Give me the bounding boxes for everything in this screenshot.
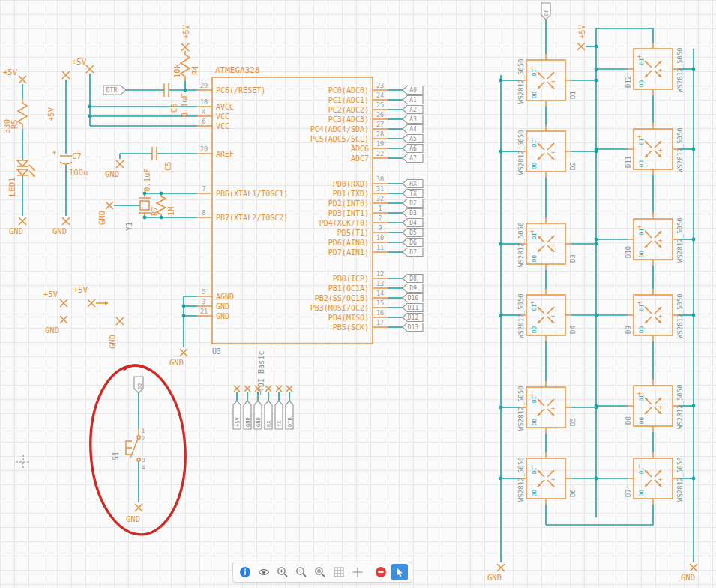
pin-number: 26: [376, 111, 384, 118]
ic-pin[interactable]: 8PB7(XTAL2/TOSC2): [197, 209, 288, 222]
zoom-out-button[interactable]: [293, 564, 310, 580]
pin-name: VCC: [216, 112, 229, 121]
resistor-r5[interactable]: +5V 330 R5: [2, 68, 27, 134]
pin-number: 30: [376, 176, 384, 183]
ftdi-pin-flag[interactable]: DTR: [286, 386, 293, 429]
ic-pin[interactable]: 29PC6(/RESET): [197, 82, 265, 94]
led-refdes: D7: [625, 489, 632, 497]
led-module-d7[interactable]: ++DIDOWS2812_5050D7: [625, 452, 684, 505]
led-branch-wires[interactable]: [501, 69, 694, 478]
pin-number: 1: [142, 428, 145, 434]
pin-number: 31: [376, 185, 384, 193]
ic-pin[interactable]: 7PB6(XTAL1/TOSC1): [197, 185, 288, 198]
led-module-d5[interactable]: ++DIDOWS2812_5050D5: [517, 381, 577, 434]
part-name: R4: [190, 65, 199, 75]
pin-name: PB1(OC1A): [328, 284, 369, 292]
led-module-d10[interactable]: ++DIDOWS2812_5050D10: [625, 213, 684, 266]
flag-label: A7: [409, 155, 417, 162]
select-tool-button[interactable]: [391, 564, 408, 580]
info-button[interactable]: [237, 564, 253, 580]
pin-number: 2: [142, 435, 145, 442]
pin-name: PD1(TXD): [333, 190, 369, 198]
led-module-d1[interactable]: ++DIDOWS2812_5050D1: [517, 54, 577, 106]
power-pin-x: [265, 386, 271, 392]
flag-label: A0: [409, 87, 417, 94]
pin-name: PB6(XTAL1/TOSC1): [216, 190, 288, 198]
led-module-d6[interactable]: ++DIDOWS2812_5050D6: [517, 452, 577, 505]
led-module-d2[interactable]: ++DIDOWS2812_5050D2: [517, 125, 577, 178]
wire-junction: [692, 477, 696, 481]
part-name: R5: [10, 119, 19, 129]
ic-pin[interactable]: 20AREF: [197, 146, 234, 158]
part-name: C7: [72, 152, 82, 160]
zoom-in-button[interactable]: [274, 564, 291, 580]
led-module-d12[interactable]: ++DIDOWS2812_5050D12: [625, 43, 684, 95]
pin-number: 22: [376, 150, 384, 158]
pin-name: AVCC: [216, 103, 234, 111]
schematic-canvas[interactable]: ATMEGA328 U3 29PC6(/RESET)18AVCC4VCC6VCC…: [0, 0, 716, 588]
power-symbol-x: [19, 76, 26, 83]
net-label-gnd: GND: [108, 334, 117, 349]
power-flag-5v-avcc[interactable]: +5V: [72, 57, 87, 66]
led-module-d4[interactable]: ++DIDOWS2812_5050D4: [517, 289, 577, 341]
resistor-r7[interactable]: R7 1M: [150, 194, 175, 218]
wire-junction: [595, 238, 598, 242]
info-icon: [239, 566, 251, 578]
flag-label: D9: [409, 285, 417, 292]
ftdi-pin-flag[interactable]: GND: [244, 386, 251, 429]
flag-label: A4: [409, 126, 417, 133]
led-refdes: D10: [625, 246, 632, 258]
power-pin-x: [244, 386, 250, 392]
pin-name: PC4(ADC4/SDA): [310, 125, 369, 134]
wire-junction: [88, 115, 92, 118]
part-value: 0.1uF: [180, 93, 189, 117]
crystal-y1[interactable]: Y1 GND: [97, 194, 151, 231]
resistor-r4[interactable]: +5V 10k R4: [172, 24, 199, 81]
pin-name: ADC7: [351, 154, 369, 163]
grid-icon: [333, 566, 345, 578]
eye-button[interactable]: [256, 564, 272, 580]
remove-button[interactable]: [373, 564, 389, 580]
led-led1[interactable]: LED1 GND: [7, 160, 35, 236]
led-refdes: D1: [569, 91, 577, 99]
gnd-flag-leds-right[interactable]: GND: [681, 573, 695, 582]
ftdi-pin-flag[interactable]: RX: [265, 386, 272, 429]
flag-label: TX: [409, 190, 417, 197]
led-chain-input-flag[interactable]: D6: [541, 3, 550, 20]
polarity-plus: +: [658, 476, 663, 483]
led-module-d9[interactable]: ++DIDOWS2812_5050D9: [625, 289, 684, 341]
led-part-label: WS2812_5050: [517, 130, 525, 175]
led-module-d3[interactable]: ++DIDOWS2812_5050D3: [517, 218, 577, 270]
zoom-page-button[interactable]: [312, 564, 328, 580]
led-part-label: WS2812_5050: [517, 386, 525, 430]
gnd-rail-mcu[interactable]: GND: [169, 358, 184, 367]
dtr-net-flag[interactable]: DTR: [103, 86, 126, 94]
polarity-plus: +: [658, 236, 663, 244]
part-name: R7: [150, 206, 159, 216]
power-flags-middle[interactable]: +5V +5V GND GND: [43, 285, 117, 349]
pin-name: VCC: [216, 122, 229, 130]
pin-name: PC0(ADC0): [328, 86, 369, 94]
led-module-d11[interactable]: ++DIDOWS2812_5050D11: [625, 123, 684, 176]
net-label-5v: +5V: [46, 106, 55, 122]
led-module-d8[interactable]: ++DIDOWS2812_5050D8: [625, 380, 684, 432]
grid-button[interactable]: [331, 564, 347, 580]
pin-number: 7: [202, 185, 205, 193]
pin-name: PD4(XCK/T0): [319, 219, 369, 227]
switch-s1[interactable]: D2 1 2 3 4 S1 GND: [112, 376, 145, 524]
power-symbol-x: [62, 71, 70, 79]
wire-junction: [499, 79, 503, 82]
wire-junction: [595, 477, 598, 481]
capacitor-c7[interactable]: +5V + C7 100u GND: [46, 106, 88, 236]
ftdi-pin-flag[interactable]: +5V: [233, 386, 241, 429]
pin-name: PC3(ADC3): [328, 116, 369, 124]
pin-do: DO: [638, 416, 645, 424]
power-symbol-x: [116, 160, 124, 168]
origin-button[interactable]: [349, 564, 366, 580]
eye-icon: [258, 566, 270, 578]
flag-label: +5V: [235, 417, 241, 427]
ftdi-pin-flag[interactable]: TX: [275, 386, 283, 429]
power-flag-5v-leds[interactable]: +5V: [577, 24, 586, 39]
gnd-flag-leds-left[interactable]: GND: [487, 573, 502, 582]
net-label-gnd: GND: [487, 573, 502, 582]
